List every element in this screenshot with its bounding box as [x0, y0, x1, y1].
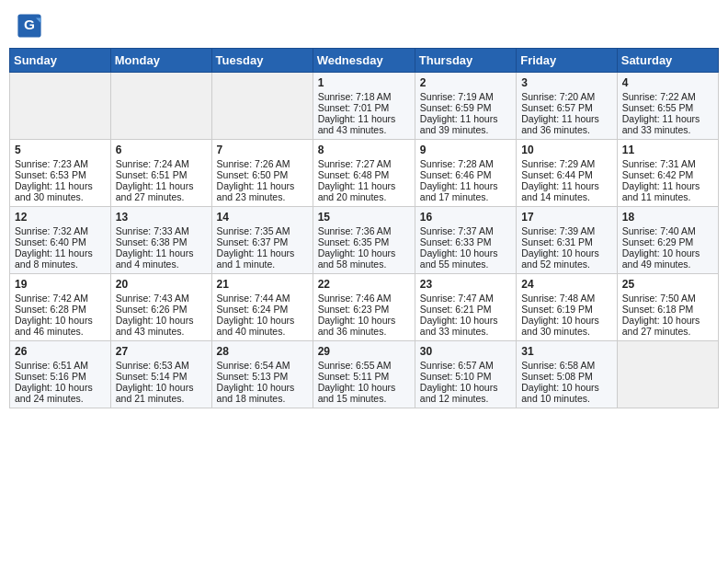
day-info-line: Daylight: 11 hours — [15, 180, 106, 191]
day-info-line: Daylight: 10 hours — [217, 315, 308, 326]
day-info-line: and 4 minutes. — [116, 259, 207, 270]
calendar-cell — [10, 73, 111, 140]
day-info-line: Daylight: 11 hours — [622, 180, 713, 191]
day-info-line: and 46 minutes. — [15, 326, 106, 337]
day-info-line: Daylight: 10 hours — [521, 247, 612, 259]
day-info-line: Sunset: 6:24 PM — [217, 304, 308, 315]
calendar-cell: 15Sunrise: 7:36 AMSunset: 6:35 PMDayligh… — [313, 207, 415, 274]
day-info-line: Sunrise: 6:55 AM — [318, 360, 410, 371]
day-info-line: Sunset: 6:42 PM — [622, 169, 713, 180]
day-info-line: Sunset: 5:11 PM — [318, 371, 410, 382]
calendar-cell: 14Sunrise: 7:35 AMSunset: 6:37 PMDayligh… — [211, 207, 313, 274]
day-number: 28 — [217, 345, 308, 358]
day-number: 18 — [622, 211, 713, 224]
day-info-line: Sunset: 5:16 PM — [15, 371, 106, 382]
day-info-line: Sunrise: 7:43 AM — [116, 293, 207, 304]
day-info-line: Sunrise: 6:57 AM — [420, 360, 511, 371]
col-header-sunday: Sunday — [10, 49, 111, 73]
day-info-line: Daylight: 10 hours — [116, 315, 207, 326]
day-info-line: Sunset: 5:14 PM — [116, 371, 207, 382]
day-info-line: Sunrise: 7:24 AM — [116, 158, 207, 169]
day-info-line: Daylight: 10 hours — [521, 315, 612, 326]
day-info-line: and 30 minutes. — [15, 191, 106, 202]
day-info-line: and 30 minutes. — [521, 326, 612, 337]
day-info-line: Sunset: 6:28 PM — [15, 304, 106, 315]
day-info-line: Sunset: 5:08 PM — [521, 371, 612, 382]
calendar-cell: 12Sunrise: 7:32 AMSunset: 6:40 PMDayligh… — [10, 207, 111, 274]
day-info-line: Daylight: 11 hours — [318, 113, 410, 124]
day-info-line: Sunset: 6:51 PM — [116, 169, 207, 180]
day-info-line: Sunrise: 7:27 AM — [318, 158, 410, 169]
col-header-monday: Monday — [110, 49, 211, 73]
day-number: 2 — [420, 76, 511, 89]
calendar-cell — [617, 341, 718, 408]
calendar-cell: 9Sunrise: 7:28 AMSunset: 6:46 PMDaylight… — [415, 140, 516, 207]
day-info-line: Sunset: 6:21 PM — [420, 304, 511, 315]
day-info-line: and 20 minutes. — [318, 191, 410, 202]
col-header-tuesday: Tuesday — [211, 49, 313, 73]
calendar-cell: 24Sunrise: 7:48 AMSunset: 6:19 PMDayligh… — [517, 274, 618, 341]
day-info-line: Daylight: 11 hours — [116, 180, 207, 191]
calendar-cell: 11Sunrise: 7:31 AMSunset: 6:42 PMDayligh… — [617, 140, 718, 207]
day-info-line: Sunset: 6:57 PM — [521, 102, 612, 113]
day-info-line: Sunrise: 7:40 AM — [622, 225, 713, 236]
week-row-1: 1Sunrise: 7:18 AMSunset: 7:01 PMDaylight… — [10, 73, 719, 140]
day-number: 31 — [521, 345, 612, 358]
day-number: 20 — [116, 278, 207, 291]
calendar-cell: 30Sunrise: 6:57 AMSunset: 5:10 PMDayligh… — [415, 341, 516, 408]
day-number: 24 — [521, 278, 612, 291]
day-info-line: and 52 minutes. — [521, 259, 612, 270]
calendar-cell: 6Sunrise: 7:24 AMSunset: 6:51 PMDaylight… — [110, 140, 211, 207]
page-header: G — [9, 9, 719, 42]
day-info-line: and 15 minutes. — [318, 393, 410, 404]
day-number: 17 — [521, 211, 612, 224]
day-number: 22 — [318, 278, 410, 291]
day-info-line: Sunset: 5:13 PM — [217, 371, 308, 382]
calendar-cell: 19Sunrise: 7:42 AMSunset: 6:28 PMDayligh… — [10, 274, 111, 341]
day-info-line: Daylight: 10 hours — [622, 247, 713, 259]
day-info-line: and 8 minutes. — [15, 259, 106, 270]
week-row-2: 5Sunrise: 7:23 AMSunset: 6:53 PMDaylight… — [10, 140, 719, 207]
logo-icon: G — [17, 13, 42, 39]
day-number: 19 — [15, 278, 106, 291]
day-info-line: Sunrise: 7:42 AM — [15, 293, 106, 304]
day-info-line: Sunset: 6:55 PM — [622, 102, 713, 113]
day-info-line: Sunrise: 6:58 AM — [521, 360, 612, 371]
day-info-line: Sunset: 6:48 PM — [318, 169, 410, 180]
day-info-line: and 11 minutes. — [622, 191, 713, 202]
day-info-line: Daylight: 10 hours — [318, 315, 410, 326]
day-number: 26 — [15, 345, 106, 358]
day-info-line: Sunrise: 7:37 AM — [420, 225, 511, 236]
calendar-cell: 8Sunrise: 7:27 AMSunset: 6:48 PMDaylight… — [313, 140, 415, 207]
day-info-line: and 21 minutes. — [116, 393, 207, 404]
day-number: 13 — [116, 211, 207, 224]
calendar-cell: 26Sunrise: 6:51 AMSunset: 5:16 PMDayligh… — [10, 341, 111, 408]
day-info-line: Sunset: 6:50 PM — [217, 169, 308, 180]
day-info-line: and 43 minutes. — [318, 124, 410, 135]
day-info-line: Sunrise: 7:44 AM — [217, 293, 308, 304]
day-info-line: and 49 minutes. — [622, 259, 713, 270]
day-info-line: and 18 minutes. — [217, 393, 308, 404]
day-info-line: Sunrise: 7:28 AM — [420, 158, 511, 169]
day-number: 5 — [15, 144, 106, 156]
day-info-line: Daylight: 11 hours — [217, 180, 308, 191]
col-header-thursday: Thursday — [415, 49, 516, 73]
calendar-cell: 17Sunrise: 7:39 AMSunset: 6:31 PMDayligh… — [517, 207, 618, 274]
calendar-cell: 2Sunrise: 7:19 AMSunset: 6:59 PMDaylight… — [415, 73, 516, 140]
day-info-line: Daylight: 11 hours — [622, 113, 713, 124]
day-info-line: Daylight: 10 hours — [420, 315, 511, 326]
day-number: 29 — [318, 345, 410, 358]
day-info-line: Sunrise: 7:29 AM — [521, 158, 612, 169]
calendar-cell: 18Sunrise: 7:40 AMSunset: 6:29 PMDayligh… — [617, 207, 718, 274]
day-info-line: and 39 minutes. — [420, 124, 511, 135]
col-header-wednesday: Wednesday — [313, 49, 415, 73]
day-number: 10 — [521, 144, 612, 156]
logo: G — [17, 13, 46, 39]
calendar-cell: 13Sunrise: 7:33 AMSunset: 6:38 PMDayligh… — [110, 207, 211, 274]
day-info-line: Daylight: 10 hours — [217, 382, 308, 393]
calendar-cell: 20Sunrise: 7:43 AMSunset: 6:26 PMDayligh… — [110, 274, 211, 341]
calendar-cell: 31Sunrise: 6:58 AMSunset: 5:08 PMDayligh… — [517, 341, 618, 408]
day-info-line: and 23 minutes. — [217, 191, 308, 202]
day-info-line: and 27 minutes. — [622, 326, 713, 337]
day-info-line: Daylight: 11 hours — [217, 247, 308, 259]
